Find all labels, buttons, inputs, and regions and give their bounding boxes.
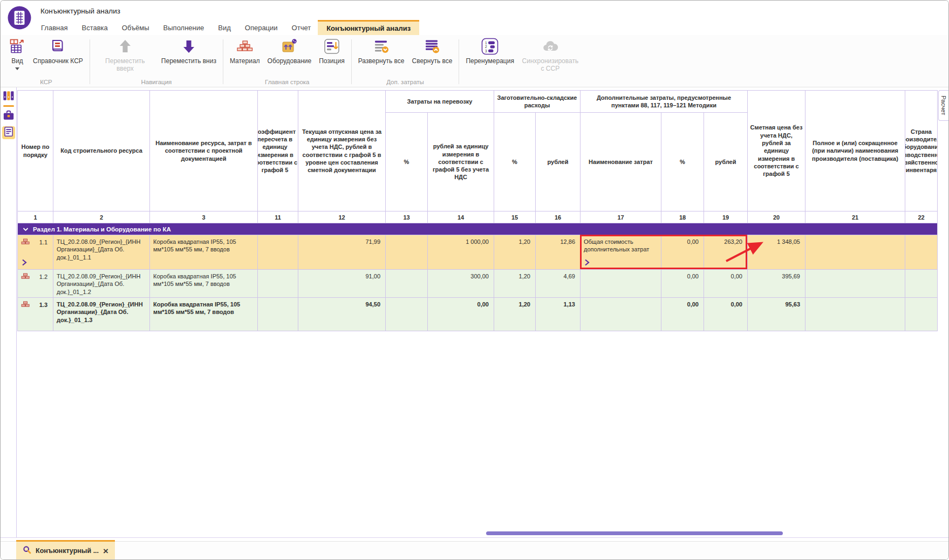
header-label-1: Номер по порядку <box>19 143 51 159</box>
ribbon-separator <box>351 39 352 84</box>
cell-1.3-col19[interactable]: 0,00 <box>704 298 748 331</box>
ribbon-group-label: КСР <box>5 78 87 87</box>
cell-1.1-col21[interactable] <box>805 235 905 270</box>
cell-1.1-col13[interactable] <box>386 235 428 270</box>
cell-1.3-col14[interactable]: 0,00 <box>428 298 494 331</box>
cell-1.3-col15[interactable]: 1,20 <box>494 298 536 331</box>
magnifier-icon <box>23 545 31 556</box>
cell-1.2-col21[interactable] <box>805 270 905 298</box>
cell-1.1-col20[interactable]: 1 348,05 <box>748 235 805 270</box>
footer: Конъюнктурный ... × <box>1 537 948 559</box>
cell-1.1-col3[interactable]: Коробка квадратная IP55, 105 мм*105 мм*5… <box>150 235 258 270</box>
header-cell-11: Коэффициент пересчета в единицу измерени… <box>258 91 298 211</box>
cell-1.1-col16[interactable]: 12,86 <box>536 235 581 270</box>
cell-1.3-col17[interactable] <box>581 298 661 331</box>
menu-tab-3[interactable]: Объёмы <box>115 20 156 35</box>
cell-1.2-col3[interactable]: Коробка квадратная IP55, 105 мм*105 мм*5… <box>150 270 258 298</box>
ribbon-separator <box>223 39 223 84</box>
expand-all-icon <box>373 38 390 57</box>
menu-tab-1[interactable]: Главная <box>34 20 74 35</box>
cell-1.3-col16[interactable]: 1,13 <box>536 298 581 331</box>
cell-1.2-col17[interactable] <box>581 270 661 298</box>
ribbon-button-view-grid[interactable]: Вид <box>5 37 29 71</box>
menu-tab-6[interactable]: Операции <box>238 20 285 35</box>
header-label-14: рублей за единицу измерения в соответств… <box>429 142 492 181</box>
cell-1.2-col2[interactable]: ТЦ_20.2.08.09_{Регион}_{ИНН Организации}… <box>53 270 150 298</box>
title-bar: Конъюнктурный анализ <box>1 1 948 20</box>
close-icon[interactable]: × <box>103 547 108 556</box>
header-cell-15: % <box>494 113 536 211</box>
menu-tab-5[interactable]: Вид <box>211 20 238 35</box>
expand-costs-chevron-icon[interactable] <box>584 259 590 266</box>
ribbon-button-bricks[interactable]: Материал <box>226 37 264 66</box>
expand-row-chevron-icon[interactable] <box>22 259 27 266</box>
column-number-22: 22 <box>905 211 938 223</box>
cell-1.3-col18[interactable]: 0,00 <box>661 298 704 331</box>
ribbon-button-renumber[interactable]: 123Перенумерация <box>462 37 517 66</box>
column-number-21: 21 <box>805 211 905 223</box>
cell-1.2-col11[interactable] <box>258 270 298 298</box>
ribbon-toolbar: ВидСправочник КСРКСРПереместить вверхПер… <box>1 35 948 87</box>
header-cell-3: Наименование ресурса, затрат в соответст… <box>150 91 258 211</box>
menu-tab-2[interactable]: Вставка <box>74 20 114 35</box>
cell-1.3-col21[interactable] <box>805 298 905 331</box>
cell-1.2-col15[interactable]: 1,20 <box>494 270 536 298</box>
cell-1.2-col1[interactable]: 1.2 <box>18 270 53 298</box>
cell-1.1-col11[interactable] <box>258 235 298 270</box>
cell-1.3-col3[interactable]: Коробка квадратная IP55, 105 мм*105 мм*5… <box>150 298 258 331</box>
cell-1.1-col19[interactable]: 263,20 <box>704 235 748 270</box>
cell-1.1-col1[interactable]: 1.1 <box>18 235 53 270</box>
position-icon <box>324 38 340 57</box>
ribbon-button-position[interactable]: Позиция <box>315 37 348 66</box>
cell-1.2-col12[interactable]: 91,00 <box>298 270 386 298</box>
ribbon-button-collapse-all[interactable]: Свернуть все <box>408 37 456 66</box>
cell-1.1-col12[interactable]: 71,99 <box>298 235 386 270</box>
cell-1.3-col13[interactable] <box>386 298 428 331</box>
bricks-icon <box>236 38 254 57</box>
cell-1.1-col2[interactable]: ТЦ_20.2.08.09_{Регион}_{ИНН Организации}… <box>53 235 150 270</box>
cell-1.2-col13[interactable] <box>386 270 428 298</box>
menu-tab-7[interactable]: Отчет <box>285 20 318 35</box>
cell-1.3-col12[interactable]: 94,50 <box>298 298 386 331</box>
header-group-3: Дополнительные затраты, предусмотренные … <box>581 91 748 113</box>
ribbon-button-arrow-down[interactable]: Переместить вниз <box>158 37 220 66</box>
rail-item-sheet[interactable] <box>2 126 15 139</box>
cell-1.1-col22[interactable] <box>905 235 938 270</box>
ribbon-group-label: Доп. затраты <box>354 78 456 87</box>
cell-1.3-col11[interactable] <box>258 298 298 331</box>
ribbon-button-label: Справочник КСР <box>33 58 83 65</box>
sheet-icon <box>3 126 14 139</box>
ribbon-group-label: Главная строка <box>226 78 349 87</box>
cell-1.2-col16[interactable]: 4,69 <box>536 270 581 298</box>
section-row[interactable]: Раздел 1. Материалы и Оборудование по КА <box>18 223 938 235</box>
cell-1.1-col18[interactable]: 0,00 <box>661 235 704 270</box>
cell-1.1-col15[interactable]: 1,20 <box>494 235 536 270</box>
cell-1.3-col22[interactable] <box>905 298 938 331</box>
cell-1.3-col20[interactable]: 95,63 <box>748 298 805 331</box>
cell-1.2-col18[interactable]: 0,00 <box>661 270 704 298</box>
column-number-1: 1 <box>18 211 53 223</box>
cell-1.2-col20[interactable]: 395,69 <box>748 270 805 298</box>
cell-1.1-col17[interactable]: Общая стоимость дополнительных затрат <box>581 235 661 270</box>
cell-1.2-col14[interactable]: 300,00 <box>428 270 494 298</box>
menu-tab-4[interactable]: Выполнение <box>156 20 211 35</box>
rail-item-binders[interactable] <box>2 91 15 104</box>
sheet-tab-analysis[interactable]: Конъюнктурный ... × <box>16 540 115 560</box>
calc-side-tab[interactable]: Расчет <box>938 90 948 121</box>
ribbon-button-equipment[interactable]: Оборудование <box>264 37 316 66</box>
cell-1.1-col14[interactable]: 1 000,00 <box>428 235 494 270</box>
header-label-18: % <box>663 158 702 166</box>
dropdown-caret-icon <box>15 67 19 70</box>
ribbon-button-book[interactable]: Справочник КСР <box>29 37 87 66</box>
cell-1.3-col2[interactable]: ТЦ_20.2.08.09_{Регион}_{ИНН Организации}… <box>53 298 150 331</box>
header-label-12: Текущая отпускная цена за единицу измере… <box>300 128 384 174</box>
cell-1.2-col19[interactable]: 0,00 <box>704 270 748 298</box>
rail-item-briefcase[interactable] <box>2 110 15 123</box>
column-number-19: 19 <box>704 211 748 223</box>
menu-tab-8[interactable]: Конъюнктурный анализ <box>318 20 419 35</box>
cell-1.2-col22[interactable] <box>905 270 938 298</box>
cell-1.3-col1[interactable]: 1.3 <box>18 298 53 331</box>
ribbon-button-expand-all[interactable]: Развернуть все <box>354 37 408 66</box>
horizontal-scrollbar-thumb[interactable] <box>486 531 783 535</box>
row-number: 1.3 <box>39 301 47 309</box>
